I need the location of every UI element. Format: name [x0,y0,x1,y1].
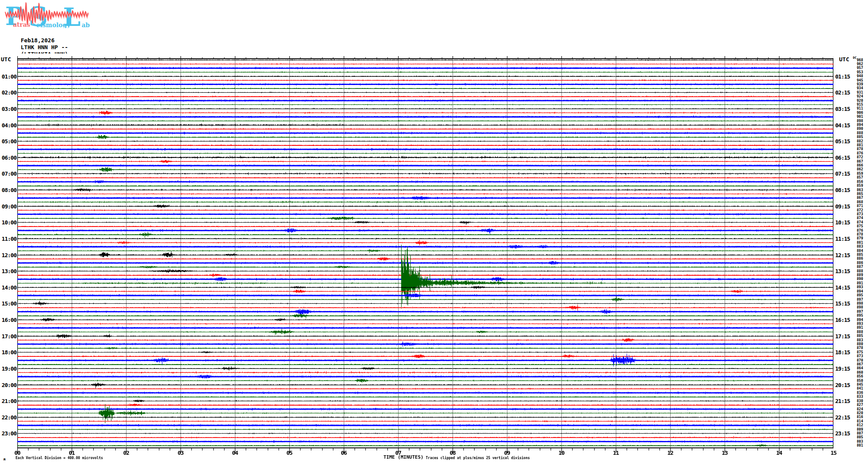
utc-label-right: UTC [839,56,849,63]
dc-offset-value: 883 [857,338,868,342]
dc-offset-value: 888 [857,131,868,135]
x-tick-label-04: 04 [232,450,238,456]
dc-offset-value: 875 [857,350,868,354]
right-time-label-05:15: 05:15 [835,138,852,145]
right-time-label-19:15: 19:15 [835,365,852,372]
x-tick-label-08: 08 [450,450,456,456]
dc-offset-value: 895 [857,293,868,297]
dc-offset-value: 891 [857,281,868,285]
time-axis-label: TIME (MINUTES) [383,454,424,460]
dc-offset-value: 830 [857,399,868,403]
header-date: Feb18,2026 [21,37,54,44]
dc-column-header: DC [853,56,856,60]
scale-glyph: ʍ [3,457,6,461]
dc-offset-value: 894 [857,290,868,293]
x-tick-label-00: 00 [14,450,20,456]
dc-offset-value: 857 [857,176,868,179]
dc-offset-value: 859 [857,172,868,176]
dc-offset-value: 878 [857,346,868,350]
dc-offset-value: 885 [857,253,868,257]
left-time-label-03:00: 03:00 [0,106,16,112]
dc-offset-value: 886 [857,257,868,261]
left-time-label-13:00: 13:00 [0,268,16,274]
logo-word-eismology: eismology [36,22,71,28]
right-time-label-10:15: 10:15 [835,219,852,226]
right-time-label-01:15: 01:15 [835,73,852,80]
dc-offset-value: 876 [857,229,868,233]
dc-offset-value: 953 [857,70,868,74]
dc-offset-value: 841 [857,387,868,390]
right-time-label-02:15: 02:15 [835,89,852,96]
x-tick-label-14: 14 [776,450,782,456]
dc-offset-value: 886 [857,261,868,265]
scale-note: Each Vertical Division = 400.00 microvol… [16,456,103,460]
left-time-label-19:00: 19:00 [0,365,16,372]
left-time-label-04:00: 04:00 [0,122,16,129]
dc-offset-value: 870 [857,359,868,362]
x-tick-label-01: 01 [69,450,75,456]
left-time-label-01:00: 01:00 [0,73,16,80]
dc-offset-value: 880 [857,342,868,346]
dc-offset-value: 890 [857,277,868,281]
dc-offset-value: 807 [857,431,868,435]
dc-offset-value: 882 [857,139,868,143]
dc-offset-value: 895 [857,314,868,318]
left-time-label-23:00: 23:00 [0,430,16,437]
left-time-label-09:00: 09:00 [0,203,16,210]
dc-offset-value: 845 [857,383,868,387]
dc-offset-value: 887 [857,265,868,269]
dc-offset-value: 864 [857,366,868,370]
x-tick-label-13: 13 [722,450,728,456]
left-time-label-02:00: 02:00 [0,89,16,96]
dc-offset-value: 859 [857,184,868,188]
dc-offset-value: 911 [857,107,868,110]
dc-offset-value: 906 [857,111,868,115]
dc-offset-value: 885 [857,135,868,139]
dc-offset-value: 894 [857,318,868,322]
dc-offset-value: 867 [857,196,868,200]
left-time-label-12:00: 12:00 [0,252,16,258]
dc-offset-value: 915 [857,103,868,107]
dc-offset-value: 968 [857,58,868,62]
header-channel: LTHK HNN HP -- [21,44,68,50]
dc-offset-value: 860 [857,371,868,375]
left-time-label-05:00: 05:00 [0,138,16,145]
dc-offset-value: 816 [857,415,868,419]
dc-offset-value: 920 [857,99,868,103]
dc-offset-value: 884 [857,249,868,253]
dc-offset-value: 957 [857,66,868,70]
x-tick-label-09: 09 [504,450,510,456]
dc-offset-value: 862 [857,167,868,171]
dc-offset-value: 824 [857,407,868,411]
dc-offset-value: 893 [857,322,868,326]
x-tick-label-15: 15 [830,450,836,456]
dc-offset-value: 866 [857,164,868,167]
left-time-label-10:00: 10:00 [0,219,16,226]
left-time-label-17:00: 17:00 [0,333,16,340]
dc-offset-value: 890 [857,127,868,131]
dc-offset-value: 894 [857,123,868,127]
dc-offset-value: 901 [857,115,868,119]
dc-offset-value: 827 [857,403,868,407]
dc-offset-value: 948 [857,74,868,78]
right-time-label-11:15: 11:15 [835,236,852,242]
x-tick-label-06: 06 [341,450,347,456]
right-time-label-15:15: 15:15 [835,300,852,307]
left-time-label-21:00: 21:00 [0,398,16,404]
right-time-label-13:15: 13:15 [835,268,852,274]
dc-offset-value: 931 [857,91,868,94]
right-time-label-16:15: 16:15 [835,317,852,323]
right-time-label-20:15: 20:15 [835,382,852,388]
helicorder-canvas [17,54,833,455]
dc-offset-value: 867 [857,362,868,366]
dc-offset-value: 868 [857,200,868,204]
dc-offset-value: 883 [857,245,868,249]
right-time-label-22:15: 22:15 [835,414,852,421]
dc-offset-value: 814 [857,419,868,423]
left-time-label-11:00: 11:00 [0,236,16,242]
dc-offset-value: 897 [857,298,868,302]
dc-offset-value: 878 [857,233,868,236]
right-time-label-14:15: 14:15 [835,284,852,291]
dc-offset-value: 945 [857,79,868,82]
dc-offset-value: 873 [857,212,868,216]
